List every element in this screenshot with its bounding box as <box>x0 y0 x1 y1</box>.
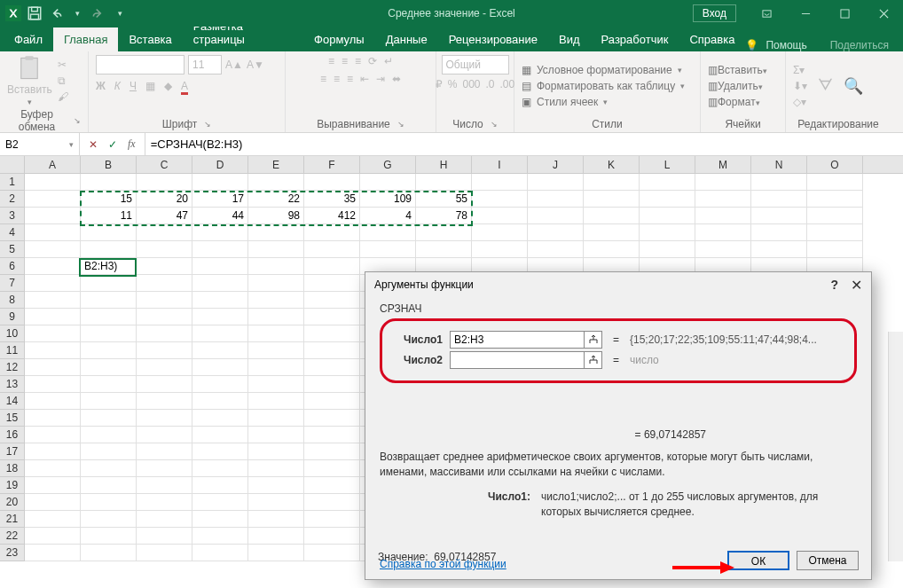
cell-D20[interactable] <box>192 494 248 511</box>
cell-N2[interactable] <box>751 191 807 208</box>
cancel-formula-icon[interactable]: ✕ <box>89 138 98 151</box>
cell-D21[interactable] <box>192 511 248 528</box>
col-header-C[interactable]: C <box>137 156 192 173</box>
col-header-D[interactable]: D <box>192 156 248 173</box>
cell-O5[interactable] <box>807 241 863 258</box>
cell-D23[interactable] <box>192 545 248 561</box>
cell-E4[interactable] <box>248 224 304 241</box>
cell-A20[interactable] <box>25 494 81 511</box>
row-header-7[interactable]: 7 <box>0 275 25 292</box>
row-header-3[interactable]: 3 <box>0 208 25 224</box>
col-header-N[interactable]: N <box>751 156 807 173</box>
cell-N5[interactable] <box>751 241 807 258</box>
cell-E19[interactable] <box>248 477 304 494</box>
cell-A14[interactable] <box>25 393 81 410</box>
underline-icon[interactable]: Ч <box>130 80 137 92</box>
row-header-6[interactable]: 6 <box>0 258 25 275</box>
merge-icon[interactable]: ⬌ <box>392 73 401 85</box>
font-size-select[interactable]: 11 <box>188 55 222 74</box>
col-header-E[interactable]: E <box>248 156 304 173</box>
cell-A23[interactable] <box>25 545 81 561</box>
cell-K3[interactable] <box>584 208 640 224</box>
col-header-I[interactable]: I <box>472 156 528 173</box>
login-button[interactable]: Вход <box>693 4 736 22</box>
cell-F21[interactable] <box>304 511 360 528</box>
cell-F13[interactable] <box>304 376 360 393</box>
cell-M4[interactable] <box>695 224 751 241</box>
cell-O2[interactable] <box>807 191 863 208</box>
font-name-select[interactable] <box>96 55 185 74</box>
row-header-23[interactable]: 23 <box>0 545 25 561</box>
cell-B18[interactable] <box>81 460 137 477</box>
row-header-12[interactable]: 12 <box>0 359 25 376</box>
cell-G5[interactable] <box>360 241 416 258</box>
cell-E1[interactable] <box>248 174 304 191</box>
cell-B11[interactable] <box>81 342 137 359</box>
row-header-15[interactable]: 15 <box>0 410 25 427</box>
cell-E13[interactable] <box>248 376 304 393</box>
cell-F14[interactable] <box>304 393 360 410</box>
cell-F5[interactable] <box>304 241 360 258</box>
row-header-5[interactable]: 5 <box>0 241 25 258</box>
cell-B8[interactable] <box>81 292 137 309</box>
row-header-4[interactable]: 4 <box>0 224 25 241</box>
cell-F9[interactable] <box>304 309 360 325</box>
tab-review[interactable]: Рецензирование <box>438 27 548 51</box>
cell-D9[interactable] <box>192 309 248 325</box>
tab-view[interactable]: Вид <box>548 27 591 51</box>
cell-F17[interactable] <box>304 443 360 460</box>
copy-icon[interactable]: ⧉ <box>58 74 68 87</box>
paste-button[interactable]: Вставить ▾ <box>7 55 52 106</box>
alignment-launcher-icon[interactable]: ↘ <box>397 120 404 129</box>
arg1-input[interactable] <box>450 331 585 349</box>
formula-bar[interactable]: =СРЗНАЧ(B2:H3) <box>145 133 903 155</box>
currency-icon[interactable]: ₽ <box>436 78 443 90</box>
cell-E6[interactable] <box>248 258 304 275</box>
cell-C7[interactable] <box>137 275 192 292</box>
col-header-L[interactable]: L <box>640 156 695 173</box>
cell-B19[interactable] <box>81 477 137 494</box>
cell-N4[interactable] <box>751 224 807 241</box>
cell-A18[interactable] <box>25 460 81 477</box>
cell-C16[interactable] <box>137 427 192 443</box>
cell-F12[interactable] <box>304 359 360 376</box>
cell-A1[interactable] <box>25 174 81 191</box>
share-button[interactable]: Поделиться <box>830 39 889 51</box>
cell-K1[interactable] <box>584 174 640 191</box>
cell-E23[interactable] <box>248 545 304 561</box>
cell-E15[interactable] <box>248 410 304 427</box>
cut-icon[interactable]: ✂ <box>58 59 68 71</box>
cell-D6[interactable] <box>192 258 248 275</box>
cell-D1[interactable] <box>192 174 248 191</box>
cell-G4[interactable] <box>360 224 416 241</box>
name-box-dropdown-icon[interactable]: ▾ <box>69 140 74 149</box>
cell-B12[interactable] <box>81 359 137 376</box>
cell-D5[interactable] <box>192 241 248 258</box>
cell-A10[interactable] <box>25 325 81 342</box>
cell-B23[interactable] <box>81 545 137 561</box>
cell-E14[interactable] <box>248 393 304 410</box>
align-middle-icon[interactable]: ≡ <box>342 55 348 67</box>
tab-insert[interactable]: Вставка <box>118 27 182 51</box>
autosum-icon[interactable]: Σ▾ <box>793 64 807 76</box>
wrap-text-icon[interactable]: ↵ <box>384 55 393 67</box>
cell-I2[interactable] <box>472 191 528 208</box>
cell-A13[interactable] <box>25 376 81 393</box>
cell-E18[interactable] <box>248 460 304 477</box>
row-header-18[interactable]: 18 <box>0 460 25 477</box>
cell-C22[interactable] <box>137 528 192 545</box>
tab-home[interactable]: Главная <box>53 27 118 51</box>
cell-B9[interactable] <box>81 309 137 325</box>
cell-L1[interactable] <box>640 174 695 191</box>
dialog-close-icon[interactable]: ✕ <box>851 277 862 294</box>
cell-I4[interactable] <box>472 224 528 241</box>
font-launcher-icon[interactable]: ↘ <box>204 120 211 129</box>
row-header-9[interactable]: 9 <box>0 309 25 325</box>
name-box-input[interactable] <box>5 138 50 151</box>
cell-F18[interactable] <box>304 460 360 477</box>
cell-C20[interactable] <box>137 494 192 511</box>
cell-A7[interactable] <box>25 275 81 292</box>
cell-H4[interactable] <box>416 224 472 241</box>
cell-C18[interactable] <box>137 460 192 477</box>
cell-A12[interactable] <box>25 359 81 376</box>
